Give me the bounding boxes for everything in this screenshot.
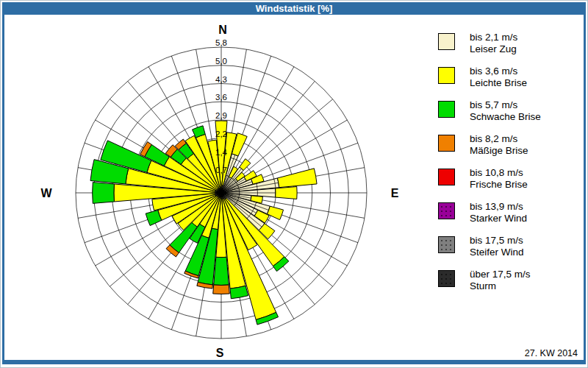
legend-item: bis 10,8 m/s Frische Brise [434,168,585,202]
legend-item: bis 17,5 m/s Steifer Wind [434,236,585,269]
legend-category-label: Schwache Brise [470,111,541,123]
legend-category-label: Frische Brise [470,179,528,191]
legend-category-label: Steifer Wind [470,247,524,258]
window-title: Windstatistik [%] [256,3,333,14]
svg-text:3,6: 3,6 [215,93,227,102]
legend-item: über 17,5 m/s Sturm [434,269,585,303]
svg-text:1,4: 1,4 [215,148,228,157]
wind-rose-svg: 0,71,42,22,93,64,35,05,8NSWE [4,15,416,358]
legend-color-swatch [438,135,455,152]
legend-speed-label: bis 8,2 m/s [470,133,528,145]
legend-item: bis 5,7 m/s Schwache Brise [434,100,585,134]
compass-north-label: N [218,24,227,36]
legend-speed-label: bis 2,1 m/s [470,32,517,43]
svg-text:0,7: 0,7 [215,166,227,174]
legend-color-swatch [438,202,455,219]
legend-category-label: Leichte Brise [470,77,527,89]
svg-text:2,9: 2,9 [215,111,227,120]
legend-speed-label: über 17,5 m/s [470,269,531,280]
compass-east-label: E [391,187,399,199]
compass-south-label: S [216,347,224,358]
wind-statistics-window: Windstatistik [%] 0,71,42,22,93,64,35,05… [0,0,588,368]
window-border-bottom [2,360,586,364]
window-title-bar: Windstatistik [%] [2,2,586,15]
legend-color-swatch [438,236,455,253]
svg-text:2,2: 2,2 [215,130,227,138]
legend-color-swatch [438,169,455,185]
legend-color-swatch [438,101,455,118]
legend-category-label: Sturm [470,280,531,292]
legend-item: bis 3,6 m/s Leichte Brise [434,66,585,100]
svg-text:5,0: 5,0 [215,57,227,66]
legend-color-swatch [438,33,455,50]
legend-speed-label: bis 10,8 m/s [470,167,528,179]
legend-category-label: Mäßige Brise [470,145,528,157]
legend-speed-label: bis 3,6 m/s [470,66,527,77]
legend: bis 2,1 m/s Leiser Zug bis 3,6 m/s Leich… [434,32,585,303]
status-date: 27. KW 2014 [525,348,578,358]
legend-speed-label: bis 5,7 m/s [470,99,541,111]
legend-color-swatch [438,67,455,84]
chart-content-area: 0,71,42,22,93,64,35,05,8NSWE bis 2,1 m/s… [4,15,584,360]
legend-item: bis 13,9 m/s Starker Wind [434,202,585,236]
legend-item: bis 8,2 m/s Mäßige Brise [434,134,585,168]
svg-text:5,8: 5,8 [215,38,227,47]
legend-speed-label: bis 17,5 m/s [470,235,524,247]
svg-text:4,3: 4,3 [215,75,227,84]
compass-west-label: W [40,187,52,199]
legend-category-label: Starker Wind [470,213,527,224]
legend-item: bis 2,1 m/s Leiser Zug [434,32,585,66]
legend-category-label: Leiser Zug [470,43,517,55]
legend-speed-label: bis 13,9 m/s [470,201,527,213]
legend-color-swatch [438,270,455,287]
